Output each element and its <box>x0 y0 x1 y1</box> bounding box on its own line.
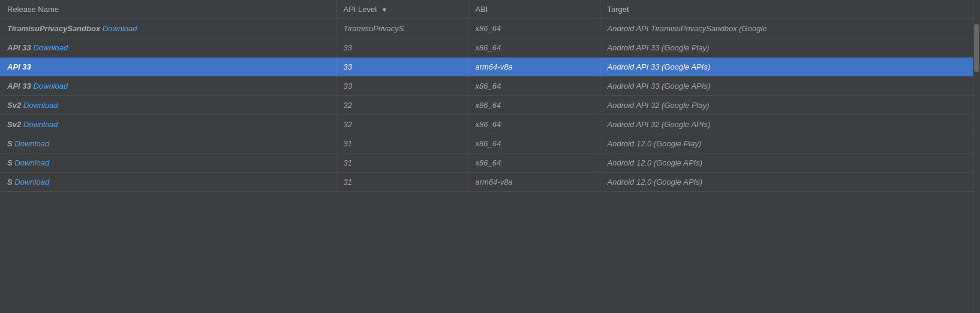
release-name-text: Sv2 <box>7 120 21 129</box>
table-row[interactable]: TiramisuPrivacySandbox DownloadTiramisuP… <box>0 19 980 38</box>
col-header-target: Target <box>600 0 980 19</box>
table-row[interactable]: S Download31x86_64Android 12.0 (Google P… <box>0 134 980 154</box>
cell-release-7: S Download <box>0 154 336 173</box>
download-link[interactable]: Download <box>33 43 68 52</box>
release-name-text: S <box>7 139 13 148</box>
cell-release-1: API 33 Download <box>0 38 336 58</box>
sdk-table: Release Name API Level ▼ ABI Target Tira… <box>0 0 980 192</box>
cell-api-7: 31 <box>336 154 468 173</box>
download-link[interactable]: Download <box>14 139 49 148</box>
cell-abi-4: x86_64 <box>468 96 600 115</box>
col-header-release-label: Release Name <box>7 5 59 14</box>
col-header-abi-label: ABI <box>476 5 488 14</box>
col-header-release: Release Name <box>0 0 336 19</box>
cell-release-0: TiramisuPrivacySandbox Download <box>0 19 336 38</box>
download-link[interactable]: Download <box>103 24 137 33</box>
col-header-abi: ABI <box>468 0 600 19</box>
cell-target-8: Android 12.0 (Google APIs) <box>600 173 980 192</box>
cell-target-3: Android API 33 (Google APIs) <box>600 77 980 96</box>
cell-abi-8: arm64-v8a <box>468 173 600 192</box>
table-row[interactable]: Sv2 Download32x86_64Android API 32 (Goog… <box>0 115 980 134</box>
cell-release-4: Sv2 Download <box>0 96 336 115</box>
cell-target-4: Android API 32 (Google Play) <box>600 96 980 115</box>
cell-abi-0: x86_64 <box>468 19 600 38</box>
cell-target-2: Android API 33 (Google APIs) <box>600 58 980 77</box>
cell-target-7: Android 12.0 (Google APIs) <box>600 154 980 173</box>
cell-api-8: 31 <box>336 173 468 192</box>
download-link[interactable]: Download <box>33 82 68 91</box>
col-header-api-label: API Level <box>344 5 377 14</box>
release-name-text: S <box>7 158 13 167</box>
cell-abi-5: x86_64 <box>468 115 600 134</box>
cell-api-0: TiramisuPrivacyS <box>336 19 468 38</box>
cell-api-6: 31 <box>336 134 468 154</box>
col-header-target-label: Target <box>608 5 629 14</box>
cell-target-6: Android 12.0 (Google Play) <box>600 134 980 154</box>
cell-target-0: Android API TiramisuPrivacySandbox (Goog… <box>600 19 980 38</box>
cell-release-2: API 33 <box>0 58 336 77</box>
table-header-row: Release Name API Level ▼ ABI Target <box>0 0 980 19</box>
table-row[interactable]: API 3333arm64-v8aAndroid API 33 (Google … <box>0 58 980 77</box>
table-row[interactable]: API 33 Download33x86_64Android API 33 (G… <box>0 77 980 96</box>
release-name-text: S <box>7 177 13 186</box>
cell-abi-1: x86_64 <box>468 38 600 58</box>
cell-api-3: 33 <box>336 77 468 96</box>
cell-abi-7: x86_64 <box>468 154 600 173</box>
release-name-text: TiramisuPrivacySandbox <box>7 24 100 33</box>
download-link[interactable]: Download <box>14 177 49 186</box>
table-row[interactable]: Sv2 Download32x86_64Android API 32 (Goog… <box>0 96 980 115</box>
cell-abi-6: x86_64 <box>468 134 600 154</box>
scrollbar-track[interactable] <box>973 0 980 313</box>
table-row[interactable]: API 33 Download33x86_64Android API 33 (G… <box>0 38 980 58</box>
cell-abi-2: arm64-v8a <box>468 58 600 77</box>
cell-api-4: 32 <box>336 96 468 115</box>
cell-release-8: S Download <box>0 173 336 192</box>
col-header-api[interactable]: API Level ▼ <box>336 0 468 19</box>
download-link[interactable]: Download <box>23 120 58 129</box>
cell-target-1: Android API 33 (Google Play) <box>600 38 980 58</box>
sdk-table-container: Release Name API Level ▼ ABI Target Tira… <box>0 0 980 313</box>
table-row[interactable]: S Download31arm64-v8aAndroid 12.0 (Googl… <box>0 173 980 192</box>
cell-release-6: S Download <box>0 134 336 154</box>
download-link[interactable]: Download <box>14 158 49 167</box>
cell-target-5: Android API 32 (Google APIs) <box>600 115 980 134</box>
download-link[interactable]: Download <box>23 101 58 110</box>
scrollbar-thumb[interactable] <box>974 24 979 72</box>
cell-release-3: API 33 Download <box>0 77 336 96</box>
cell-release-5: Sv2 Download <box>0 115 336 134</box>
sort-icon: ▼ <box>381 7 387 13</box>
cell-api-5: 32 <box>336 115 468 134</box>
cell-api-2: 33 <box>336 58 468 77</box>
release-name-text: API 33 <box>7 82 31 91</box>
table-row[interactable]: S Download31x86_64Android 12.0 (Google A… <box>0 154 980 173</box>
release-name-text: API 33 <box>7 62 31 71</box>
release-name-text: Sv2 <box>7 101 21 110</box>
release-name-text: API 33 <box>7 43 31 52</box>
cell-abi-3: x86_64 <box>468 77 600 96</box>
cell-api-1: 33 <box>336 38 468 58</box>
